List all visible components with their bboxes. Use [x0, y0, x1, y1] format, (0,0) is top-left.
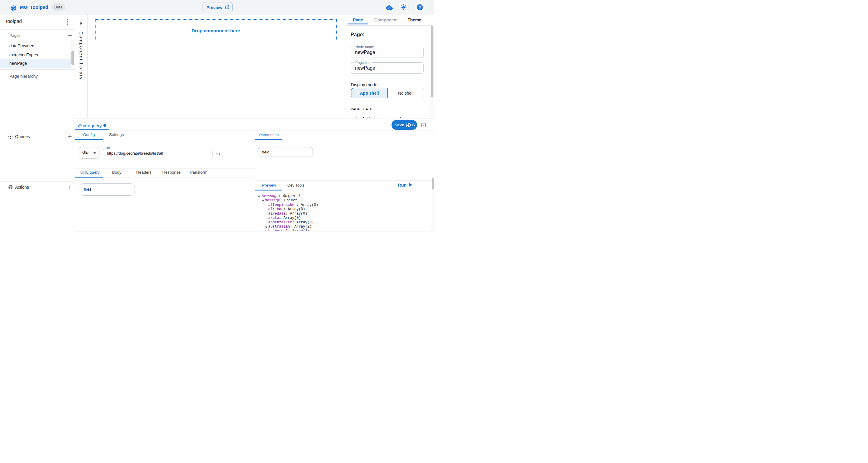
svg-text:S: S	[412, 123, 415, 127]
svg-text:?: ?	[418, 5, 421, 10]
